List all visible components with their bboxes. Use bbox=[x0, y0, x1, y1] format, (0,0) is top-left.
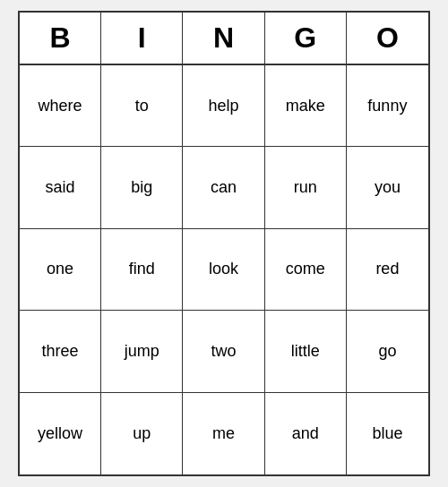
grid-cell-9: you bbox=[347, 147, 428, 228]
grid-cell-24: blue bbox=[347, 393, 428, 474]
header-letter-b: B bbox=[20, 13, 101, 64]
grid-cell-12: look bbox=[183, 229, 264, 311]
bingo-header: BINGO bbox=[20, 13, 428, 65]
grid-cell-16: jump bbox=[101, 311, 183, 392]
grid-cell-1: to bbox=[101, 65, 183, 147]
grid-cell-13: come bbox=[265, 229, 347, 311]
bingo-card: BINGO wheretohelpmakefunnysaidbigcanruny… bbox=[18, 11, 430, 476]
grid-cell-21: up bbox=[101, 393, 183, 474]
grid-cell-5: said bbox=[20, 147, 101, 228]
grid-cell-6: big bbox=[101, 147, 183, 228]
header-letter-i: I bbox=[101, 13, 183, 64]
grid-cell-2: help bbox=[183, 65, 264, 147]
grid-cell-3: make bbox=[265, 65, 347, 147]
grid-cell-18: little bbox=[265, 311, 347, 392]
header-letter-n: N bbox=[183, 13, 264, 64]
grid-cell-22: me bbox=[183, 393, 264, 474]
grid-cell-11: find bbox=[101, 229, 183, 311]
grid-cell-4: funny bbox=[347, 65, 428, 147]
grid-cell-15: three bbox=[20, 311, 101, 392]
header-letter-o: O bbox=[347, 13, 428, 64]
grid-cell-14: red bbox=[347, 229, 428, 311]
grid-cell-23: and bbox=[265, 393, 347, 474]
grid-cell-19: go bbox=[347, 311, 428, 392]
header-letter-g: G bbox=[265, 13, 347, 64]
grid-cell-7: can bbox=[183, 147, 264, 228]
grid-cell-17: two bbox=[183, 311, 264, 392]
grid-cell-20: yellow bbox=[20, 393, 101, 474]
grid-cell-10: one bbox=[20, 229, 101, 311]
grid-cell-0: where bbox=[20, 65, 101, 147]
bingo-grid: wheretohelpmakefunnysaidbigcanrunyouonef… bbox=[20, 65, 428, 474]
grid-cell-8: run bbox=[265, 147, 347, 228]
